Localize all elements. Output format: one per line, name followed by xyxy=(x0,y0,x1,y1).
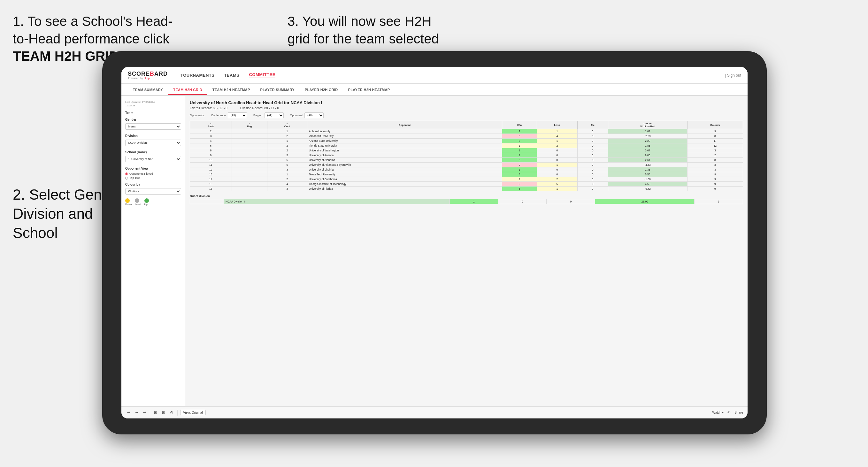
col-diff: Diff AvStrokes/Rnd xyxy=(608,121,687,129)
sidebar-radio-top100[interactable]: Top 100 xyxy=(125,176,181,180)
ann2-line2: Division and xyxy=(13,206,93,222)
table-cell: 1 xyxy=(268,138,307,144)
table-cell: Arizona State University xyxy=(307,138,502,144)
toolbar-redo[interactable]: ↪ xyxy=(134,410,139,415)
table-cell: 8 xyxy=(687,158,743,163)
out-div-label-cell xyxy=(190,199,224,204)
table-cell: 0 xyxy=(577,177,608,182)
table-cell: 0 xyxy=(502,182,537,187)
sidebar-radio-opponents-played[interactable]: Opponents Played xyxy=(125,172,181,175)
filter-group-region: Region (All) xyxy=(253,113,284,118)
table-cell: 2 xyxy=(502,129,537,134)
toolbar-view-label[interactable]: View: Original xyxy=(180,410,206,415)
table-cell xyxy=(231,187,268,191)
radio-top100-icon xyxy=(125,177,128,180)
sub-nav-team-h2h-heatmap[interactable]: TEAM H2H HEATMAP xyxy=(207,85,255,95)
toolbar-back[interactable]: ↩ xyxy=(142,410,147,415)
table-row: 82University of Washington1003.673 xyxy=(190,148,743,153)
table-cell: 9 xyxy=(190,153,232,158)
col-rank: #Rank xyxy=(190,121,232,129)
table-cell: 3 xyxy=(687,148,743,153)
col-rounds: Rounds xyxy=(687,121,743,129)
table-cell: 1 xyxy=(502,144,537,148)
conference-filter-select[interactable]: (All) xyxy=(228,113,247,118)
toolbar-undo[interactable]: ↩ xyxy=(126,410,131,415)
table-cell: 1 xyxy=(502,177,537,182)
table-cell: 0 xyxy=(577,148,608,153)
out-div-team: NCAA Division II xyxy=(224,199,450,204)
h2h-table: #Rank #Reg #Conf Opponent Win Loss Tie D… xyxy=(190,121,743,191)
table-cell: 2 xyxy=(687,153,743,158)
table-cell: 3 xyxy=(190,134,232,138)
table-cell: 10 xyxy=(190,158,232,163)
table-cell: 0 xyxy=(537,148,578,153)
toolbar-clock[interactable]: ⏱ xyxy=(169,410,175,415)
legend-up-dot xyxy=(145,198,149,203)
opponent-filter-select[interactable]: (All) xyxy=(305,113,323,118)
table-cell xyxy=(231,138,268,144)
table-cell: 1.67 xyxy=(608,129,687,134)
col-win: Win xyxy=(502,121,537,129)
table-cell: University of Arizona xyxy=(307,153,502,158)
table-cell xyxy=(231,163,268,167)
region-filter-label: Region xyxy=(253,114,262,117)
toolbar-paste[interactable]: ⊟ xyxy=(161,410,166,415)
table-cell: 3 xyxy=(268,153,307,158)
table-cell: 0 xyxy=(577,163,608,167)
logo-powered: Powered by clippi xyxy=(128,77,168,80)
region-filter-select[interactable]: (All) xyxy=(265,113,284,118)
nav-tournaments[interactable]: TOURNAMENTS xyxy=(181,73,214,77)
filter-group-opponent: Opponent (All) xyxy=(290,113,324,118)
sidebar-team-label: Team xyxy=(125,111,181,115)
data-area: University of North Carolina Head-to-Hea… xyxy=(185,96,748,406)
table-cell: Vanderbilt University xyxy=(307,134,502,138)
table-cell: 1 xyxy=(537,187,578,191)
sidebar-school-select[interactable]: 1. University of Nort... xyxy=(125,156,181,162)
ann3-line1: 3. You will now see H2H xyxy=(287,14,432,29)
table-cell: 12 xyxy=(190,167,232,172)
table-cell: 0 xyxy=(577,172,608,177)
nav-committee[interactable]: COMMITTEE xyxy=(249,72,275,78)
table-cell: 4.50 xyxy=(608,182,687,187)
sub-nav-player-h2h-heatmap[interactable]: PLAYER H2H HEATMAP xyxy=(343,85,395,95)
table-cell: 8 xyxy=(190,148,232,153)
sidebar-gender-label: Gender xyxy=(125,118,181,121)
table-cell: 17 xyxy=(687,138,743,144)
out-div-loss: 0 xyxy=(498,199,547,204)
table-cell: University of Oklahoma xyxy=(307,177,502,182)
toolbar-watch[interactable]: Watch ▾ xyxy=(712,411,724,414)
sub-nav-team-summary[interactable]: TEAM SUMMARY xyxy=(128,85,168,95)
sidebar-timestamp: Last Updated: 27/03/2024 16:55:38 xyxy=(125,100,181,107)
table-cell: 15 xyxy=(190,182,232,187)
table-cell: 3 xyxy=(687,163,743,167)
nav-teams[interactable]: TEAMS xyxy=(224,73,239,77)
table-cell: 3 xyxy=(268,167,307,172)
sidebar-gender-select[interactable]: Men's xyxy=(125,123,181,130)
table-cell: 9 xyxy=(687,129,743,134)
table-cell: 1 xyxy=(502,148,537,153)
table-cell: -4.33 xyxy=(608,163,687,167)
table-cell xyxy=(231,129,268,134)
toolbar-share[interactable]: Share xyxy=(735,411,743,414)
sidebar-division-select[interactable]: NCAA Division I xyxy=(125,139,181,146)
conference-filter-label: Conference xyxy=(211,114,226,117)
table-cell: 11 xyxy=(190,163,232,167)
table-cell: Auburn University xyxy=(307,129,502,134)
table-row: 163University of Florida310-6.429 xyxy=(190,187,743,191)
toolbar-copy[interactable]: ⊞ xyxy=(153,410,158,415)
out-div-rounds: 3 xyxy=(694,199,743,204)
table-cell: 16 xyxy=(190,187,232,191)
sign-out-button[interactable]: | Sign out xyxy=(725,73,742,77)
h2h-records: Overall Record: 89 - 17 - 0 Division Rec… xyxy=(190,106,743,110)
sub-nav-player-h2h-grid[interactable]: PLAYER H2H GRID xyxy=(300,85,343,95)
table-cell: University of Arkansas, Fayetteville xyxy=(307,163,502,167)
table-cell: 0 xyxy=(502,163,537,167)
sub-nav-team-h2h-grid[interactable]: TEAM H2H GRID xyxy=(168,85,207,95)
table-cell: 0 xyxy=(577,187,608,191)
sub-nav-player-summary[interactable]: PLAYER SUMMARY xyxy=(255,85,300,95)
table-cell xyxy=(231,144,268,148)
sidebar-colour-select[interactable]: Win/loss xyxy=(125,188,181,194)
table-cell: 0 xyxy=(577,182,608,187)
table-cell xyxy=(231,158,268,163)
table-cell: 0 xyxy=(537,172,578,177)
